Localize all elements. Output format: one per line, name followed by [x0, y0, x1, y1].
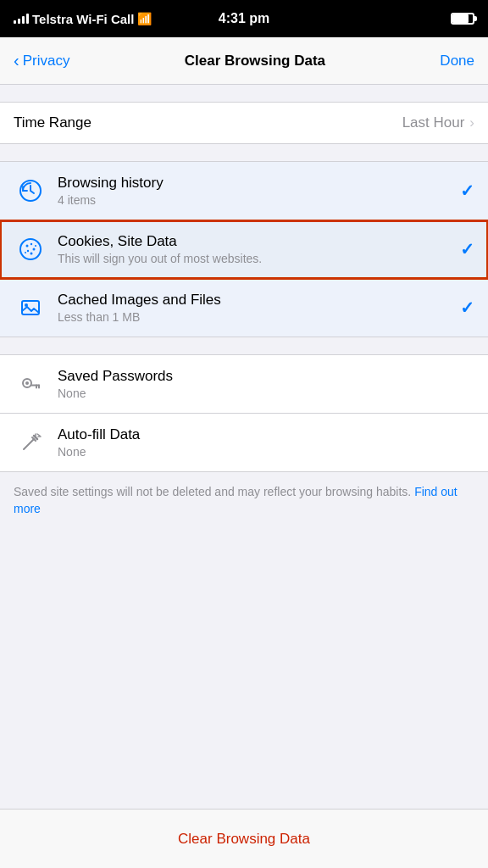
cached-title: Cached Images and Files — [58, 292, 453, 309]
svg-line-16 — [24, 439, 34, 449]
svg-point-1 — [20, 239, 41, 259]
cookies-subtitle: This will sign you out of most websites. — [58, 252, 453, 265]
cookies-checkmark: ✓ — [460, 239, 474, 259]
cached-icon — [14, 291, 47, 325]
wand-icon — [14, 426, 47, 459]
chevron-right-icon: › — [469, 114, 474, 131]
svg-point-4 — [33, 248, 36, 251]
time-range-row[interactable]: Time Range Last Hour › — [0, 102, 488, 144]
passwords-text: Saved Passwords None — [58, 368, 474, 400]
signal-icon — [14, 14, 29, 24]
browsing-history-row[interactable]: Browsing history 4 items ✓ — [0, 162, 488, 220]
passwords-row[interactable]: Saved Passwords None — [0, 355, 488, 414]
key-icon — [14, 367, 47, 401]
page-title: Clear Browsing Data — [185, 53, 325, 70]
nav-bar: ‹ Privacy Clear Browsing Data Done — [0, 37, 488, 85]
done-button[interactable]: Done — [440, 53, 474, 70]
passwords-title: Saved Passwords — [58, 368, 474, 385]
cached-subtitle: Less than 1 MB — [58, 310, 453, 324]
status-time: 4:31 pm — [219, 11, 269, 26]
content-area: Time Range Last Hour › Browsing history … — [0, 85, 488, 868]
autofill-subtitle: None — [58, 445, 474, 459]
cookies-row[interactable]: Cookies, Site Data This will sign you ou… — [0, 220, 488, 279]
status-left: Telstra Wi-Fi Call 📶 — [14, 12, 152, 26]
time-range-selected: Last Hour — [402, 114, 465, 131]
carrier-label: Telstra Wi-Fi Call — [32, 12, 134, 26]
battery-icon — [451, 13, 474, 25]
svg-point-3 — [30, 243, 32, 245]
svg-point-8 — [35, 245, 36, 247]
status-right — [451, 13, 474, 25]
svg-point-15 — [25, 381, 29, 385]
browsing-history-title: Browsing history — [58, 175, 453, 192]
unchecked-options-section: Saved Passwords None Auto-fill Data None — [0, 354, 488, 472]
back-label: Privacy — [23, 53, 70, 70]
footer-note: Saved site settings will not be deleted … — [0, 472, 488, 529]
back-button[interactable]: ‹ Privacy — [14, 51, 69, 70]
svg-point-5 — [27, 250, 29, 252]
autofill-text: Auto-fill Data None — [58, 426, 474, 459]
time-range-label: Time Range — [14, 114, 92, 131]
checked-options-section: Browsing history 4 items ✓ C — [0, 161, 488, 337]
time-range-value: Last Hour › — [402, 114, 474, 131]
bottom-bar: Clear Browsing Data — [0, 809, 488, 868]
clear-browsing-data-button[interactable]: Clear Browsing Data — [178, 831, 310, 848]
autofill-row[interactable]: Auto-fill Data None — [0, 414, 488, 471]
passwords-subtitle: None — [58, 387, 474, 400]
svg-line-21 — [37, 434, 40, 436]
cached-checkmark: ✓ — [460, 298, 474, 318]
history-icon — [14, 174, 47, 208]
cached-text: Cached Images and Files Less than 1 MB — [58, 292, 453, 324]
svg-rect-9 — [22, 301, 39, 314]
autofill-title: Auto-fill Data — [58, 426, 474, 443]
browsing-history-checkmark: ✓ — [460, 181, 474, 201]
svg-point-2 — [26, 245, 29, 248]
cookies-title: Cookies, Site Data — [58, 233, 453, 250]
wifi-icon: 📶 — [137, 12, 152, 25]
status-bar: Telstra Wi-Fi Call 📶 4:31 pm — [0, 0, 488, 37]
cookie-icon — [14, 232, 47, 266]
browsing-history-text: Browsing history 4 items — [58, 175, 453, 207]
cached-row[interactable]: Cached Images and Files Less than 1 MB ✓ — [0, 279, 488, 337]
time-range-section: Time Range Last Hour › — [0, 102, 488, 144]
svg-point-6 — [30, 253, 33, 255]
browsing-history-subtitle: 4 items — [58, 193, 453, 207]
footer-text: Saved site settings will not be deleted … — [14, 485, 411, 498]
svg-point-10 — [25, 303, 28, 307]
svg-point-7 — [25, 252, 26, 253]
cookies-text: Cookies, Site Data This will sign you ou… — [58, 233, 453, 265]
back-chevron-icon: ‹ — [14, 51, 19, 70]
